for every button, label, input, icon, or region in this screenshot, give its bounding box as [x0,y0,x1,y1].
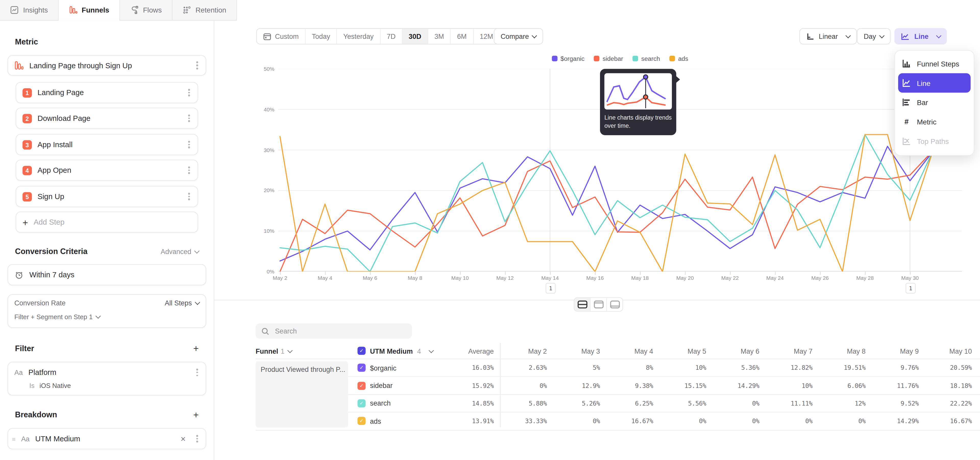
table-row[interactable]: ✓ads13.91%33.33%0%16.67%0%0%0%0%14.29%16… [256,412,980,430]
table-search[interactable] [256,324,412,339]
step-label: Landing Page [38,88,181,97]
menu-item-metric[interactable]: #Metric [895,112,974,131]
kebab-icon[interactable] [187,165,191,175]
metric-card[interactable]: Landing Page through Sign Up [7,55,206,76]
date-column-header[interactable]: May 6 [706,347,759,355]
legend-swatch [594,56,600,61]
layout-table-button[interactable] [607,298,622,311]
kebab-icon[interactable] [187,113,191,123]
date-column-header[interactable]: May 5 [653,347,706,355]
advanced-dropdown[interactable]: Advanced [161,248,199,255]
menu-item-bar[interactable]: Bar [895,93,974,112]
date-column-header[interactable]: May 9 [865,347,919,355]
legend-item[interactable]: ads [670,55,688,62]
funnel-step-card[interactable]: 4App Open [16,160,198,180]
kebab-icon[interactable] [195,434,199,444]
table-row[interactable]: ✓sidebar15.92%0%12.9%9.38%15.15%14.29%10… [256,377,980,395]
funnel-step-card[interactable]: 2Download Page [16,108,198,129]
breakdown-col-label: UTM Medium [370,347,413,355]
menu-item-label: Funnel Steps [917,60,959,67]
metric-name: Landing Page through Sign Up [29,61,189,70]
funnel-step-card[interactable]: 5Sign Up [16,186,198,207]
series-checkbox[interactable]: ✓ [358,399,366,407]
date-column-header[interactable]: May 8 [813,347,865,355]
legend-item[interactable]: search [632,55,660,62]
series-line-organic[interactable] [280,147,932,261]
conversion-window-card[interactable]: Within 7 days [7,264,206,285]
date-column-header[interactable]: May 7 [759,347,813,355]
filter-value[interactable]: iOS Native [40,382,71,389]
kebab-icon[interactable] [187,139,191,150]
table-row[interactable]: ✓$organic16.03%2.63%5%8%10%5.36%12.82%19… [256,359,980,377]
funnel-step-card[interactable]: 3App Install [16,134,198,155]
conversion-rate-card: Conversion Rate All Steps Filter + Segme… [7,294,206,328]
x-tick-mark [640,272,641,275]
menu-item-label: Bar [917,99,928,106]
annotation-badge[interactable]: 1 [546,283,555,294]
select-all-checkbox[interactable]: ✓ [358,347,366,355]
date-column-header[interactable]: May 2 [494,347,547,355]
breakdown-column-header[interactable]: ✓ UTM Medium 4 [358,347,447,355]
scale-dropdown[interactable]: Linear [799,28,856,45]
legend-item[interactable]: $organic [552,55,584,62]
funnel-name-cell[interactable]: Product Viewed through P... [256,361,348,428]
funnel-col-count: 1 [281,347,285,355]
annotation-badge[interactable]: 1 [906,283,916,294]
chart-type-dropdown[interactable]: Line [894,28,947,45]
average-column-header[interactable]: Average [447,347,494,355]
filter-operator[interactable]: Is [29,382,35,389]
search-input[interactable] [274,327,406,335]
svg-text:#: # [904,117,908,126]
compare-button[interactable]: Compare [494,28,543,45]
cell-value: 19.51% [813,364,865,371]
all-steps-dropdown[interactable]: All Steps [165,299,199,307]
kebab-icon[interactable] [195,367,199,378]
tab-flows[interactable]: Flows [120,0,172,20]
range-6m[interactable]: 6M [451,29,474,44]
filter-card[interactable]: Aa Platform Is iOS Native [7,362,206,396]
drag-handle-icon[interactable]: ≡ [12,435,16,442]
tab-insights[interactable]: Insights [0,0,59,20]
date-column-header[interactable]: May 4 [600,347,653,355]
range-today[interactable]: Today [305,29,337,44]
funnel-step-card[interactable]: 1Landing Page [16,82,198,103]
x-tick-label: May 20 [668,275,703,281]
tab-retention[interactable]: Retention [172,0,236,20]
date-column-header[interactable]: May 10 [919,347,972,355]
range-7d[interactable]: 7D [380,29,402,44]
range-custom[interactable]: Custom [257,29,306,44]
series-checkbox[interactable]: ✓ [358,364,366,372]
series-line-ads[interactable] [280,135,932,272]
breakdown-card[interactable]: ≡ Aa UTM Medium ✕ [7,428,206,449]
range-3m[interactable]: 3M [428,29,451,44]
table-row[interactable]: ✓search14.85%5.88%5.26%6.25%5.56%0%11.11… [256,395,980,413]
series-line-search[interactable] [280,135,932,272]
date-column-header[interactable]: May 3 [547,347,600,355]
retention-icon [183,6,191,14]
insights-icon [10,6,19,14]
filter-segment-dropdown[interactable]: Filter + Segment on Step 1 [14,313,100,320]
y-tick-label: 30% [248,147,274,153]
remove-breakdown-icon[interactable]: ✕ [177,435,189,442]
add-step-button[interactable]: + Add Step [16,212,198,233]
kebab-icon[interactable] [195,60,199,70]
range-30d[interactable]: 30D [402,29,428,44]
range-yesterday[interactable]: Yesterday [337,29,380,44]
add-breakdown-button[interactable]: + [193,409,199,420]
legend-item[interactable]: sidebar [594,55,623,62]
series-checkbox[interactable]: ✓ [358,417,366,425]
kebab-icon[interactable] [187,88,191,98]
funnel-column-header[interactable]: Funnel 1 [256,347,348,355]
menu-item-funnel-steps[interactable]: Funnel Steps [895,54,974,73]
tab-funnels[interactable]: Funnels [59,0,120,20]
interval-dropdown[interactable]: Day [857,28,891,45]
series-checkbox[interactable]: ✓ [358,382,366,390]
layout-chart-button[interactable] [590,298,607,311]
kebab-icon[interactable] [187,192,191,202]
layout-split-button[interactable] [574,298,591,311]
menu-item-line[interactable]: Line [898,73,970,93]
add-filter-button[interactable]: + [193,343,199,354]
filter-segment-label: Filter + Segment on Step 1 [14,313,93,320]
plus-icon: + [22,217,28,228]
chevron-down-icon [428,348,434,353]
